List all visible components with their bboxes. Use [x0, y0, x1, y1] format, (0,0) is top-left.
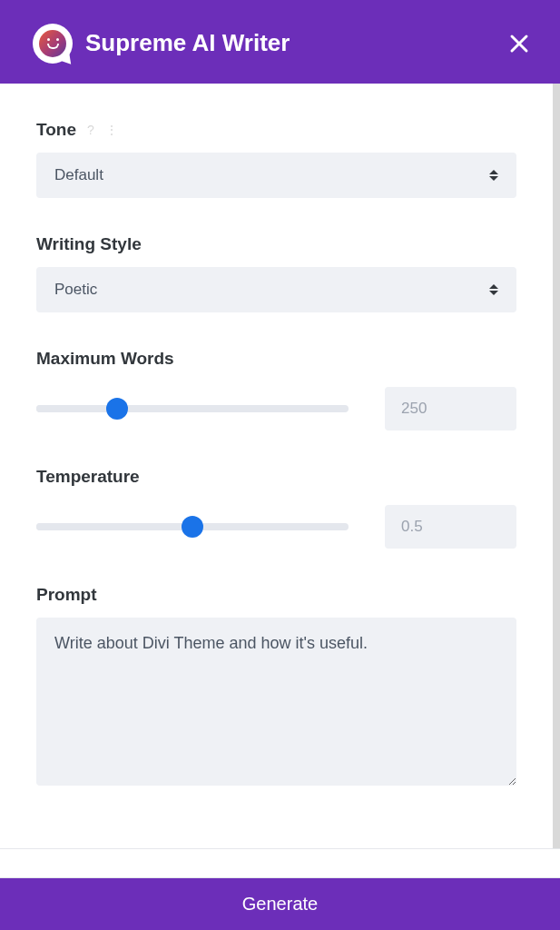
help-icon[interactable]: ?: [87, 123, 94, 137]
footer-divider: [0, 848, 560, 877]
writing-style-field: Writing Style Poetic: [36, 234, 516, 312]
max-words-field: Maximum Words 250: [36, 349, 516, 430]
temperature-slider-fill: [36, 523, 192, 530]
modal-header: Supreme AI Writer: [0, 0, 560, 84]
header-left: Supreme AI Writer: [33, 24, 290, 64]
max-words-value[interactable]: 250: [385, 387, 516, 430]
generate-button-label: Generate: [242, 894, 318, 915]
prompt-label: Prompt: [36, 585, 516, 605]
generate-button[interactable]: Generate: [0, 877, 560, 930]
max-words-label: Maximum Words: [36, 349, 516, 369]
close-icon: [509, 34, 529, 54]
tone-label-text: Tone: [36, 120, 76, 140]
modal-content: Tone ? ⋮ Default Writing Style Poetic Ma…: [0, 84, 560, 872]
max-words-slider[interactable]: [36, 405, 349, 412]
select-arrows-icon: [489, 284, 498, 295]
writing-style-label: Writing Style: [36, 234, 516, 254]
tone-label: Tone ? ⋮: [36, 120, 516, 140]
prompt-field: Prompt: [36, 585, 516, 789]
prompt-textarea[interactable]: [36, 618, 516, 786]
app-logo: [33, 24, 73, 64]
temperature-slider-thumb[interactable]: [182, 516, 203, 538]
tone-select[interactable]: Default: [36, 153, 516, 198]
temperature-label: Temperature: [36, 467, 516, 487]
tone-select-value: Default: [54, 166, 489, 184]
max-words-slider-thumb[interactable]: [106, 398, 128, 420]
temperature-field: Temperature 0.5: [36, 467, 516, 549]
select-arrows-icon: [489, 170, 498, 181]
temperature-slider-row: 0.5: [36, 505, 516, 549]
temperature-value[interactable]: 0.5: [385, 505, 516, 549]
temperature-slider[interactable]: [36, 523, 349, 530]
writing-style-select[interactable]: Poetic: [36, 267, 516, 312]
max-words-slider-row: 250: [36, 387, 516, 430]
tone-field: Tone ? ⋮ Default: [36, 120, 516, 198]
max-words-slider-fill: [36, 405, 117, 412]
more-icon[interactable]: ⋮: [105, 123, 118, 137]
modal-title: Supreme AI Writer: [85, 29, 290, 57]
close-button[interactable]: [504, 28, 535, 59]
writing-style-select-value: Poetic: [54, 281, 489, 299]
